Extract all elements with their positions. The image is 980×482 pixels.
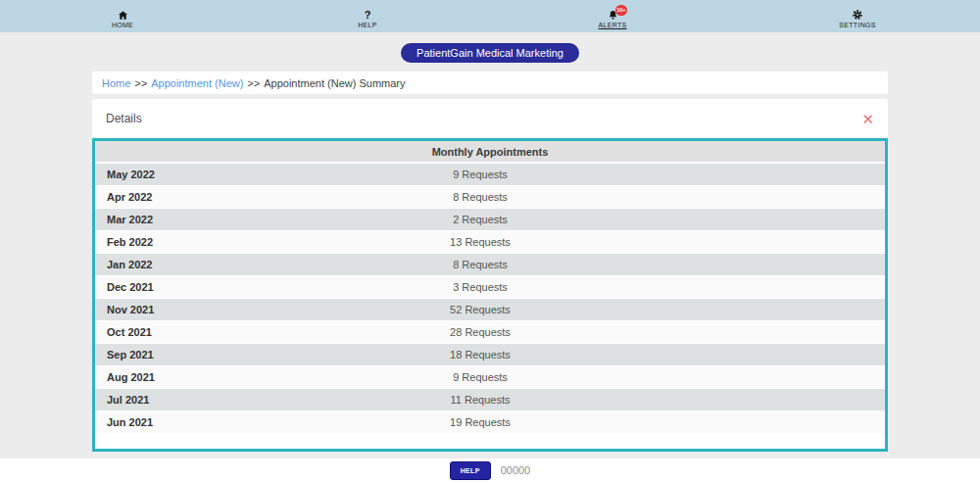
page-footer: HELP 00000	[0, 458, 980, 482]
nav-label-alerts: ALERTS	[599, 22, 627, 28]
month-cell: Jan 2022	[107, 259, 152, 270]
details-header: Details ✕	[92, 99, 888, 138]
content-container: Home >> Appointment (New) >> Appointment…	[92, 72, 888, 452]
month-cell: Apr 2022	[107, 191, 152, 203]
nav-item-settings[interactable]: SETTINGS	[735, 5, 980, 28]
requests-cell: 9 Requests	[453, 169, 508, 180]
table-row[interactable]: Oct 2021 28 Requests	[95, 321, 885, 344]
home-icon	[118, 9, 128, 21]
month-cell: Feb 2022	[107, 236, 153, 248]
details-panel: Details ✕ Monthly Appointments May 2022 …	[92, 99, 888, 452]
month-cell: May 2022	[107, 169, 155, 180]
top-navigation-bar: HOME ? HELP 10+ ALERTS SETTINGS	[0, 0, 980, 32]
table-row[interactable]: Aug 2021 9 Requests	[95, 366, 885, 389]
breadcrumb-separator: >>	[247, 77, 260, 89]
requests-cell: 3 Requests	[453, 281, 508, 293]
details-title: Details	[106, 112, 142, 125]
alerts-count-badge: 10+	[615, 5, 626, 16]
nav-item-alerts[interactable]: 10+ ALERTS	[490, 5, 735, 28]
table-footer-spacer	[95, 434, 885, 449]
breadcrumb: Home >> Appointment (New) >> Appointment…	[92, 72, 888, 94]
requests-cell: 8 Requests	[453, 191, 508, 203]
nav-item-help[interactable]: ? HELP	[245, 5, 490, 28]
breadcrumb-current-page: Appointment (New) Summary	[264, 77, 405, 89]
monthly-appointments-table: Monthly Appointments May 2022 9 Requests…	[92, 138, 888, 452]
requests-cell: 9 Requests	[453, 371, 508, 383]
requests-cell: 28 Requests	[450, 326, 511, 338]
month-cell: Oct 2021	[107, 326, 152, 338]
table-header: Monthly Appointments	[95, 141, 885, 164]
help-button[interactable]: HELP	[450, 461, 491, 480]
table-row[interactable]: Nov 2021 52 Requests	[95, 299, 885, 321]
month-cell: Aug 2021	[107, 371, 155, 383]
month-cell: Jul 2021	[107, 394, 149, 406]
main-content-area: PatientGain Medical Marketing Home >> Ap…	[0, 32, 980, 458]
table-row[interactable]: Jan 2022 8 Requests	[95, 254, 885, 276]
requests-cell: 11 Requests	[451, 394, 511, 406]
table-row[interactable]: Jun 2021 19 Requests	[95, 411, 885, 434]
month-cell: Jun 2021	[107, 416, 153, 428]
table-row[interactable]: Apr 2022 8 Requests	[95, 186, 885, 209]
question-icon: ?	[365, 9, 371, 21]
table-row[interactable]: Sep 2021 18 Requests	[95, 344, 885, 366]
month-cell: Nov 2021	[107, 304, 154, 315]
requests-cell: 19 Requests	[450, 416, 511, 428]
requests-cell: 18 Requests	[450, 349, 511, 361]
footer-code: 00000	[501, 464, 531, 476]
breadcrumb-separator: >>	[134, 77, 147, 89]
table-row[interactable]: Jul 2021 11 Requests	[95, 389, 885, 411]
account-pill-button[interactable]: PatientGain Medical Marketing	[401, 43, 579, 63]
bell-icon: 10+	[608, 9, 618, 21]
table-row[interactable]: May 2022 9 Requests	[95, 164, 885, 186]
requests-cell: 2 Requests	[453, 214, 508, 225]
month-cell: Dec 2021	[107, 281, 154, 293]
month-cell: Mar 2022	[107, 214, 153, 225]
requests-cell: 52 Requests	[450, 304, 511, 315]
table-row[interactable]: Dec 2021 3 Requests	[95, 276, 885, 299]
requests-cell: 8 Requests	[453, 259, 508, 270]
account-pill-row: PatientGain Medical Marketing	[0, 32, 980, 63]
breadcrumb-link-appointment-new[interactable]: Appointment (New)	[151, 77, 243, 89]
close-icon[interactable]: ✕	[861, 112, 874, 126]
gear-icon	[852, 9, 863, 21]
table-row[interactable]: Mar 2022 2 Requests	[95, 209, 885, 231]
nav-label-home: HOME	[112, 22, 133, 28]
breadcrumb-link-home[interactable]: Home	[102, 77, 130, 89]
requests-cell: 13 Requests	[450, 236, 511, 248]
nav-label-help: HELP	[358, 22, 377, 28]
month-cell: Sep 2021	[107, 349, 154, 361]
table-row[interactable]: Feb 2022 13 Requests	[95, 231, 885, 254]
nav-item-home[interactable]: HOME	[0, 5, 245, 28]
nav-label-settings: SETTINGS	[839, 22, 875, 28]
